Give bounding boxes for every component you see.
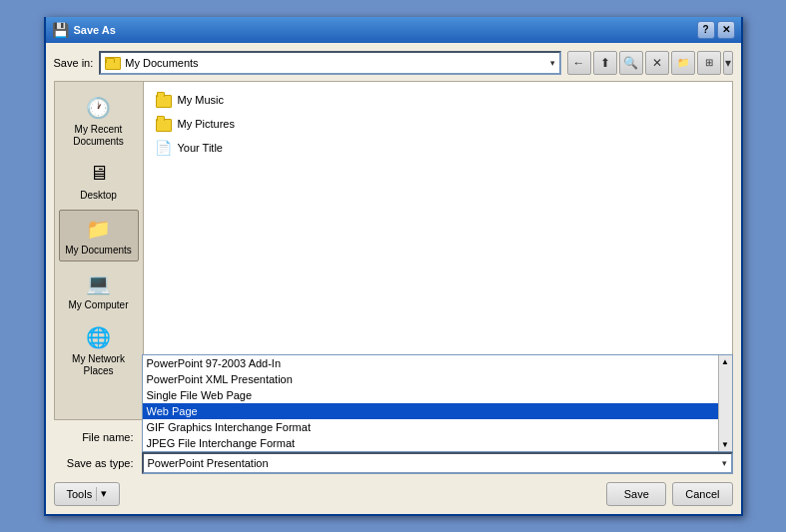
sidebar-item-network-label: My Network Places [61, 353, 137, 377]
file-icon-your-title: 📄 [156, 140, 172, 156]
search-web-button[interactable]: 🔍 [619, 51, 643, 75]
save-in-dropdown[interactable]: My Documents ▾ [99, 51, 560, 75]
toolbar-buttons: ← ⬆ 🔍 ✕ 📁 ⊞ ▾ [567, 51, 733, 75]
recent-icon: 🕐 [85, 94, 113, 122]
views-button[interactable]: ⊞ [697, 51, 721, 75]
file-item-your-title[interactable]: 📄 Your Title [152, 138, 724, 158]
tools-divider [96, 487, 97, 501]
save-as-dialog: 💾 Save As ? ✕ Save in: My Documents ▾ ← … [44, 17, 743, 516]
network-icon: 🌐 [85, 323, 113, 351]
type-option-0[interactable]: PowerPoint 97-2003 Add-In [143, 355, 732, 371]
buttons-row: Tools ▾ Save Cancel [54, 482, 733, 506]
title-bar-left: 💾 Save As [52, 22, 116, 38]
save-in-label: Save in: [54, 57, 94, 69]
tools-button[interactable]: Tools ▾ [54, 482, 121, 506]
save-as-type-list: ▲ ▼ PowerPoint 97-2003 Add-In PowerPoint… [142, 354, 733, 452]
save-in-folder-icon [105, 57, 121, 70]
save-as-type-value: PowerPoint Presentation [148, 457, 269, 469]
save-as-type-label: Save as type: [54, 457, 134, 469]
type-option-4[interactable]: GIF Graphics Interchange Format [143, 419, 732, 435]
dialog-body: Save in: My Documents ▾ ← ⬆ 🔍 ✕ 📁 ⊞ [46, 43, 741, 514]
close-button[interactable]: ✕ [717, 21, 735, 39]
tools-arrow-icon: ▾ [101, 487, 107, 500]
title-bar-buttons: ? ✕ [697, 21, 735, 39]
file-item-pictures[interactable]: My Pictures [152, 114, 724, 134]
sidebar-item-network[interactable]: 🌐 My Network Places [59, 319, 139, 381]
delete-button[interactable]: ✕ [645, 51, 669, 75]
sidebar-item-recent[interactable]: 🕐 My Recent Documents [59, 90, 139, 152]
documents-icon: 📁 [85, 215, 113, 243]
tools-label: Tools [67, 488, 93, 500]
views-arrow-button[interactable]: ▾ [723, 51, 733, 75]
save-label: Save [624, 488, 649, 500]
scroll-down-icon[interactable]: ▼ [721, 440, 729, 449]
bottom-section: File name: Your Title ▾ Save as type: Po… [54, 426, 733, 506]
file-name-label: File name: [54, 431, 134, 443]
type-option-5[interactable]: JPEG File Interchange Format [143, 435, 732, 451]
save-in-value: My Documents [125, 57, 545, 69]
save-as-type-arrow-icon: ▾ [722, 458, 727, 468]
save-in-arrow-icon: ▾ [550, 58, 555, 68]
sidebar-item-desktop-label: Desktop [80, 190, 117, 202]
folder-icon-music [156, 92, 172, 108]
sidebar-item-documents-label: My Documents [65, 245, 132, 257]
cancel-button[interactable]: Cancel [672, 482, 732, 506]
new-folder-button[interactable]: 📁 [671, 51, 695, 75]
save-in-row: Save in: My Documents ▾ ← ⬆ 🔍 ✕ 📁 ⊞ [54, 51, 733, 75]
file-name-music: My Music [178, 94, 224, 106]
dialog-icon: 💾 [52, 22, 69, 38]
cancel-label: Cancel [685, 488, 719, 500]
title-bar: 💾 Save As ? ✕ [46, 17, 741, 43]
file-name-pictures: My Pictures [178, 118, 235, 130]
type-option-1[interactable]: PowerPoint XML Presentation [143, 371, 732, 387]
scroll-up-icon[interactable]: ▲ [721, 357, 729, 366]
folder-icon-pictures [156, 116, 172, 132]
sidebar-item-computer-label: My Computer [68, 299, 128, 311]
back-button[interactable]: ← [567, 51, 591, 75]
type-option-3[interactable]: Web Page [143, 403, 732, 419]
save-button[interactable]: Save [606, 482, 666, 506]
help-button[interactable]: ? [697, 21, 715, 39]
list-scrollbar[interactable]: ▲ ▼ [718, 355, 732, 451]
file-name-your-title: Your Title [178, 142, 223, 154]
sidebar-item-desktop[interactable]: 🖥 Desktop [59, 156, 139, 206]
type-option-2[interactable]: Single File Web Page [143, 387, 732, 403]
save-as-type-dropdown[interactable]: PowerPoint Presentation ▾ [142, 452, 733, 474]
sidebar: 🕐 My Recent Documents 🖥 Desktop 📁 My Doc… [54, 81, 144, 420]
dialog-title: Save As [74, 24, 116, 36]
sidebar-item-recent-label: My Recent Documents [61, 124, 137, 148]
file-item-music[interactable]: My Music [152, 90, 724, 110]
desktop-icon: 🖥 [85, 160, 113, 188]
save-as-type-row: Save as type: PowerPoint Presentation ▾ … [54, 452, 733, 474]
sidebar-item-computer[interactable]: 💻 My Computer [59, 266, 139, 315]
computer-icon: 💻 [85, 269, 113, 297]
sidebar-item-documents[interactable]: 📁 My Documents [59, 210, 139, 262]
up-button[interactable]: ⬆ [593, 51, 617, 75]
